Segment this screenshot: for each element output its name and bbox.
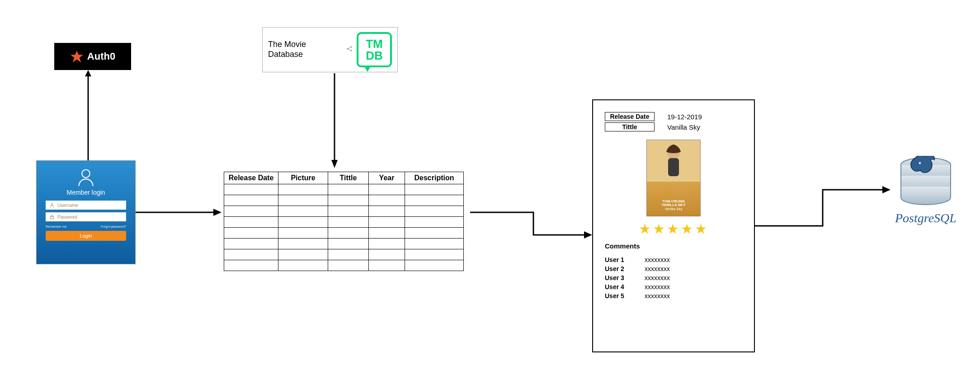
comment-row: User 2xxxxxxxx — [605, 265, 742, 272]
tmdb-logo-icon: TM DB — [357, 32, 392, 67]
comment-user: User 3 — [605, 274, 632, 281]
comment-user: User 1 — [605, 256, 632, 263]
table-cell — [369, 184, 405, 195]
detail-row: Tittle Vanilla Sky — [605, 122, 742, 131]
user-small-icon — [49, 202, 55, 208]
auth0-badge: Auth0 — [54, 43, 131, 70]
detail-row: Release Date 19-12-2019 — [605, 112, 742, 121]
svg-point-10 — [351, 50, 352, 52]
svg-marker-18 — [882, 186, 890, 193]
table-cell — [224, 217, 278, 228]
table-row[interactable] — [224, 217, 464, 228]
comments-heading: Comments — [605, 242, 742, 250]
table-row[interactable] — [224, 195, 464, 206]
login-options: Remember me Forgot password? — [46, 225, 126, 228]
remember-me-label[interactable]: Remember me — [46, 225, 66, 228]
table-cell — [405, 206, 464, 217]
arrow-login-to-table — [136, 206, 221, 219]
username-field[interactable]: Username — [46, 201, 126, 210]
user-icon — [76, 167, 96, 187]
table-cell — [328, 206, 369, 217]
arrow-tmdb-to-table — [328, 73, 341, 168]
svg-marker-14 — [331, 160, 338, 168]
table-cell — [224, 195, 278, 206]
svg-point-20 — [919, 162, 921, 164]
table-cell — [224, 260, 278, 271]
table-cell — [224, 239, 278, 249]
table-cell — [369, 239, 405, 249]
detail-value-tittle: Vanilla Sky — [667, 123, 700, 131]
movie-table-wrapper: Release Date Picture Tittle Year Descrip… — [224, 172, 464, 271]
table-cell — [278, 195, 328, 206]
tmdb-card: The Movie Database TM DB — [262, 27, 398, 72]
table-row[interactable] — [224, 228, 464, 239]
rating-stars[interactable]: ★★★★★ — [605, 221, 742, 237]
comment-user: User 2 — [605, 265, 632, 272]
comments-list: User 1xxxxxxxxUser 2xxxxxxxxUser 3xxxxxx… — [605, 256, 742, 300]
table-cell — [278, 239, 328, 249]
table-cell — [405, 228, 464, 239]
svg-rect-17 — [668, 158, 679, 176]
col-description: Description — [405, 172, 464, 184]
password-placeholder: Password — [57, 215, 77, 220]
table-cell — [278, 206, 328, 217]
svg-marker-5 — [85, 70, 91, 76]
comment-row: User 3xxxxxxxx — [605, 274, 742, 281]
table-row[interactable] — [224, 249, 464, 260]
arrow-login-to-auth0 — [81, 70, 95, 160]
table-cell — [369, 195, 405, 206]
table-cell — [405, 217, 464, 228]
table-row[interactable] — [224, 184, 464, 195]
movie-poster: TOM CRUISE VANILLA SKY Vanilla Sky — [646, 140, 701, 216]
col-year: Year — [369, 172, 405, 184]
table-cell — [369, 228, 405, 239]
table-cell — [405, 195, 464, 206]
table-cell — [405, 260, 464, 271]
detail-value-release-date: 19-12-2019 — [667, 113, 702, 121]
table-cell — [369, 249, 405, 260]
comment-text: xxxxxxxx — [645, 283, 670, 290]
auth0-label: Auth0 — [87, 51, 115, 62]
table-cell — [405, 249, 464, 260]
database-icon — [896, 156, 955, 210]
table-cell — [278, 249, 328, 260]
comment-row: User 1xxxxxxxx — [605, 256, 742, 263]
table-row[interactable] — [224, 206, 464, 217]
svg-point-2 — [51, 203, 53, 205]
arrow-detail-to-db — [755, 181, 890, 235]
table-row[interactable] — [224, 239, 464, 249]
movie-table: Release Date Picture Tittle Year Descrip… — [224, 172, 464, 271]
lock-icon — [49, 214, 55, 220]
table-header-row: Release Date Picture Tittle Year Descrip… — [224, 172, 464, 184]
detail-label-tittle: Tittle — [605, 122, 655, 131]
username-placeholder: Username — [57, 203, 78, 208]
password-field[interactable]: Password — [46, 212, 126, 221]
table-cell — [224, 206, 278, 217]
col-release-date: Release Date — [224, 172, 278, 184]
svg-rect-3 — [51, 217, 54, 219]
table-cell — [224, 249, 278, 260]
table-cell — [405, 184, 464, 195]
comment-row: User 4xxxxxxxx — [605, 283, 742, 290]
svg-marker-7 — [213, 209, 221, 216]
movie-detail-card: Release Date 19-12-2019 Tittle Vanilla S… — [592, 99, 755, 352]
tmdb-label: The Movie Database — [268, 40, 342, 59]
comment-text: xxxxxxxx — [645, 256, 670, 263]
svg-point-9 — [351, 47, 352, 48]
table-cell — [328, 195, 369, 206]
login-button[interactable]: Login — [46, 231, 126, 241]
col-tittle: Tittle — [328, 172, 369, 184]
table-cell — [328, 249, 369, 260]
share-icon[interactable] — [346, 45, 353, 54]
login-panel: Member login Username Password Remember … — [36, 160, 136, 264]
table-cell — [224, 228, 278, 239]
table-cell — [224, 184, 278, 195]
table-cell — [328, 228, 369, 239]
table-cell — [369, 260, 405, 271]
forgot-password-link[interactable]: Forgot password? — [101, 225, 126, 228]
table-row[interactable] — [224, 260, 464, 271]
comment-text: xxxxxxxx — [645, 265, 670, 272]
svg-marker-15 — [584, 231, 592, 239]
table-cell — [369, 217, 405, 228]
table-cell — [328, 239, 369, 249]
